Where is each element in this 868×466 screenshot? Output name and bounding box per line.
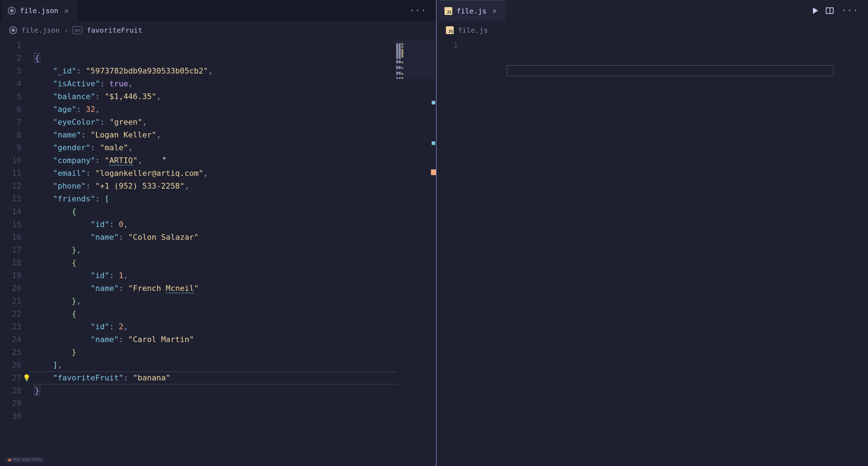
code-content[interactable] (471, 39, 868, 466)
code-editor-left[interactable]: 1234567891011121314151617181920212223242… (0, 39, 436, 466)
more-icon[interactable]: ··· (841, 6, 859, 16)
line-gutter: 1234567891011121314151617181920212223242… (0, 39, 34, 466)
breadcrumb-left[interactable]: file.json › abc favoriteFruit (0, 21, 436, 39)
tab-label: file.json (20, 6, 58, 15)
watermark-text: MADE WITH GIFOX (13, 458, 42, 461)
tab-file-js[interactable]: JS file.js × (439, 0, 506, 21)
close-icon[interactable]: × (62, 6, 70, 15)
tab-file-json[interactable]: file.json × (2, 0, 77, 21)
tab-label: file.js (457, 7, 486, 15)
chevron-right-icon: › (64, 26, 68, 34)
js-icon: JS (446, 26, 454, 34)
cursor-line-highlight (507, 65, 834, 76)
editor-pane-right: JS file.js × ··· JS file.js 1 (436, 0, 868, 466)
js-icon: JS (444, 7, 452, 15)
json-icon (8, 7, 16, 15)
symbol-string-icon: abc (72, 26, 82, 34)
json-icon (9, 26, 17, 34)
watermark-badge: 🦊MADE WITH GIFOX (5, 457, 44, 462)
more-icon[interactable]: ··· (409, 6, 427, 16)
line-gutter: 1 (437, 39, 471, 466)
close-icon[interactable]: × (491, 6, 498, 15)
code-content[interactable]: { "_id": "5973782bdb9a930533b05cb2", "is… (34, 39, 436, 466)
split-editor-icon[interactable] (826, 7, 834, 14)
crumb-file[interactable]: file.json (21, 26, 60, 34)
editor-pane-left: file.json × ··· file.json › abc favorite… (0, 0, 436, 466)
tab-bar-right: JS file.js × ··· (437, 0, 868, 21)
breadcrumb-right[interactable]: JS file.js (437, 21, 868, 39)
overview-ruler[interactable] (428, 39, 436, 466)
crumb-file[interactable]: file.js (458, 26, 488, 34)
tab-bar-left: file.json × ··· (0, 0, 436, 21)
run-icon[interactable] (813, 7, 818, 14)
crumb-symbol[interactable]: favoriteFruit (87, 26, 142, 34)
code-editor-right[interactable]: 1 (437, 39, 868, 466)
